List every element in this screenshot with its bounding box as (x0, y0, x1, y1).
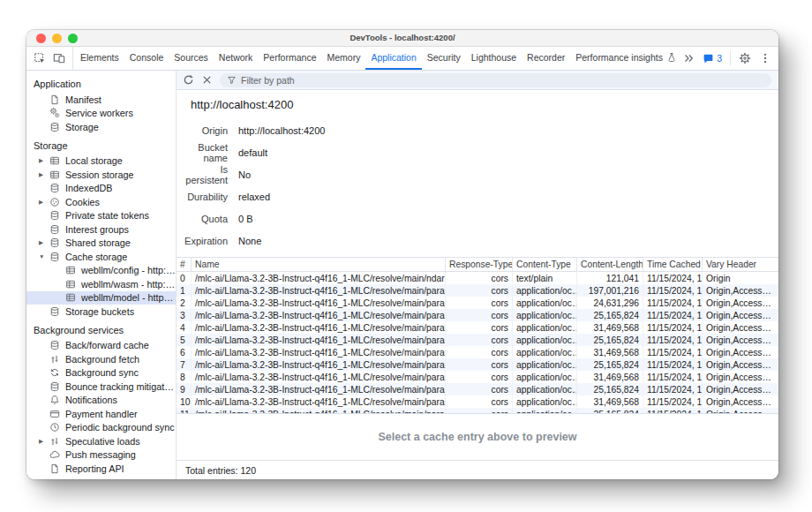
gear-icon[interactable] (739, 52, 751, 64)
sidebar-item[interactable]: Periodic background sync (26, 421, 176, 435)
tab-console[interactable]: Console (124, 47, 169, 70)
cell-index: 10 (177, 395, 192, 408)
metadata-value: relaxed (238, 192, 270, 202)
card-icon (49, 409, 60, 419)
sidebar-item[interactable]: Back/forward cache (26, 339, 176, 353)
cell-index: 0 (177, 272, 192, 284)
table-row[interactable]: 9 /mlc-ai/Llama-3.2-3B-Instruct-q4f16_1-… (177, 383, 778, 395)
table-row[interactable]: 4 /mlc-ai/Llama-3.2-3B-Instruct-q4f16_1-… (177, 321, 778, 334)
sidebar-item[interactable]: Background fetch (26, 352, 176, 366)
device-toolbar-icon[interactable] (53, 52, 65, 64)
table-row[interactable]: 1 /mlc-ai/Llama-3.2-3B-Instruct-q4f16_1-… (177, 284, 778, 297)
cell-vary-header: Origin,Access… (703, 297, 778, 309)
tab-memory[interactable]: Memory (321, 47, 365, 70)
filter-input[interactable] (241, 75, 764, 86)
sidebar-item[interactable]: Shared storage (26, 237, 176, 251)
service-worker-icon (49, 108, 60, 118)
close-icon[interactable] (201, 74, 213, 86)
table-row[interactable]: 7 /mlc-ai/Llama-3.2-3B-Instruct-q4f16_1-… (177, 358, 778, 371)
cell-time-cached: 11/15/2024, 10… (643, 334, 703, 346)
sidebar-item[interactable]: Manifest (26, 93, 176, 107)
expand-arrow-icon[interactable] (39, 438, 49, 445)
cell-content-type: application/oc… (513, 358, 577, 371)
cell-vary-header: Origin,Access… (703, 334, 778, 346)
console-messages-badge[interactable]: 3 (703, 53, 722, 64)
table-row[interactable]: 2 /mlc-ai/Llama-3.2-3B-Instruct-q4f16_1-… (177, 297, 778, 309)
table-row[interactable]: 5 /mlc-ai/Llama-3.2-3B-Instruct-q4f16_1-… (177, 334, 778, 346)
expand-arrow-icon[interactable] (39, 239, 49, 246)
sidebar-section-application: Application (26, 72, 176, 93)
sidebar-item[interactable]: Cookies (26, 195, 176, 209)
cell-time-cached: 11/15/2024, 10… (643, 272, 703, 284)
tab-network[interactable]: Network (214, 47, 259, 70)
storage-items: Local storage Session storage IndexedDB … (26, 154, 176, 319)
expand-arrow-icon[interactable] (39, 199, 49, 206)
tab-recorder[interactable]: Recorder (522, 47, 570, 70)
tab-label: Network (219, 52, 253, 63)
sidebar-item[interactable]: Cache storage (26, 250, 176, 264)
column-header[interactable]: Name (192, 258, 446, 271)
expand-arrow-icon[interactable] (39, 253, 49, 260)
sidebar-item[interactable]: Private state tokens (26, 209, 176, 223)
sidebar-item[interactable]: Bounce tracking mitigations (26, 380, 176, 394)
tab-security[interactable]: Security (422, 47, 466, 70)
sidebar-item[interactable]: Session storage (26, 168, 176, 182)
column-header[interactable]: Vary Header (703, 258, 778, 271)
metadata-row: Bucket name default (177, 141, 778, 163)
column-header[interactable]: Time Cached (643, 258, 703, 271)
cell-index: 3 (177, 309, 192, 321)
cell-name: /mlc-ai/Llama-3.2-3B-Instruct-q4f16_1-ML… (192, 321, 446, 334)
table-row[interactable]: 0 /mlc-ai/Llama-3.2-3B-Instruct-q4f16_1-… (177, 272, 778, 284)
sidebar-item[interactable]: Service workers (26, 107, 176, 121)
sidebar-item[interactable]: Speculative loads (26, 434, 176, 448)
sidebar-item[interactable]: webllm/model - http://loc… (26, 291, 176, 305)
sidebar-item[interactable]: Reporting API (26, 462, 176, 476)
sidebar-item[interactable]: Interest groups (26, 222, 176, 237)
sidebar-item[interactable]: webllm/wasm - http://loca… (26, 277, 176, 291)
sidebar-item[interactable]: Storage buckets (26, 305, 176, 319)
chat-bubble-icon (703, 53, 714, 64)
column-header[interactable]: Content-Type (513, 258, 577, 271)
refresh-icon[interactable] (183, 74, 194, 86)
tab-performance[interactable]: Performance (258, 47, 321, 70)
tab-lighthouse[interactable]: Lighthouse (466, 47, 522, 70)
sidebar-item[interactable]: Notifications (26, 394, 176, 408)
sidebar-item[interactable]: webllm/config - http://loc… (26, 264, 176, 278)
cache-toolbar (177, 71, 778, 90)
cookie-icon (49, 197, 60, 207)
cell-name: /mlc-ai/Llama-3.2-3B-Instruct-q4f16_1-ML… (192, 309, 446, 321)
expand-arrow-icon[interactable] (39, 171, 49, 178)
sync-icon (49, 367, 60, 378)
column-header[interactable]: Content-Length (577, 258, 643, 271)
sidebar-item-label: webllm/model - http://loc… (81, 292, 176, 303)
cell-index: 1 (177, 284, 192, 297)
sidebar-item[interactable]: Background sync (26, 366, 176, 380)
sidebar-item[interactable]: Payment handler (26, 407, 176, 421)
sidebar-item[interactable]: Local storage (26, 154, 176, 169)
sidebar-item[interactable]: Storage (26, 120, 176, 134)
chevron-double-right-icon[interactable] (682, 52, 695, 64)
filter-box[interactable] (220, 73, 771, 87)
cell-content-type: application/oc… (513, 395, 577, 408)
cell-vary-header: Origin,Access… (703, 309, 778, 321)
kebab-icon[interactable] (759, 52, 771, 64)
column-header[interactable]: # (177, 258, 192, 271)
tab-application[interactable]: Application (365, 47, 421, 70)
table-row[interactable]: 8 /mlc-ai/Llama-3.2-3B-Instruct-q4f16_1-… (177, 371, 778, 383)
sidebar-item[interactable]: IndexedDB (26, 182, 176, 196)
expand-arrow-icon[interactable] (39, 157, 49, 164)
tab-performance-insights[interactable]: Performance insights (570, 47, 682, 70)
table-icon (65, 279, 76, 290)
tab-sources[interactable]: Sources (169, 47, 214, 70)
table-row[interactable]: 3 /mlc-ai/Llama-3.2-3B-Instruct-q4f16_1-… (177, 309, 778, 321)
metadata-row: Durability relaxed (177, 185, 778, 207)
metadata-label: Expiration (177, 236, 228, 246)
tab-elements[interactable]: Elements (75, 47, 124, 70)
sidebar-item[interactable]: Push messaging (26, 448, 176, 463)
cell-time-cached: 11/15/2024, 10… (643, 383, 703, 395)
table-row[interactable]: 6 /mlc-ai/Llama-3.2-3B-Instruct-q4f16_1-… (177, 346, 778, 358)
sidebar-item-label: Background sync (65, 367, 139, 378)
inspect-icon[interactable] (34, 52, 46, 64)
table-row[interactable]: 10 /mlc-ai/Llama-3.2-3B-Instruct-q4f16_1… (177, 395, 778, 408)
column-header[interactable]: Response-Type (446, 258, 513, 271)
